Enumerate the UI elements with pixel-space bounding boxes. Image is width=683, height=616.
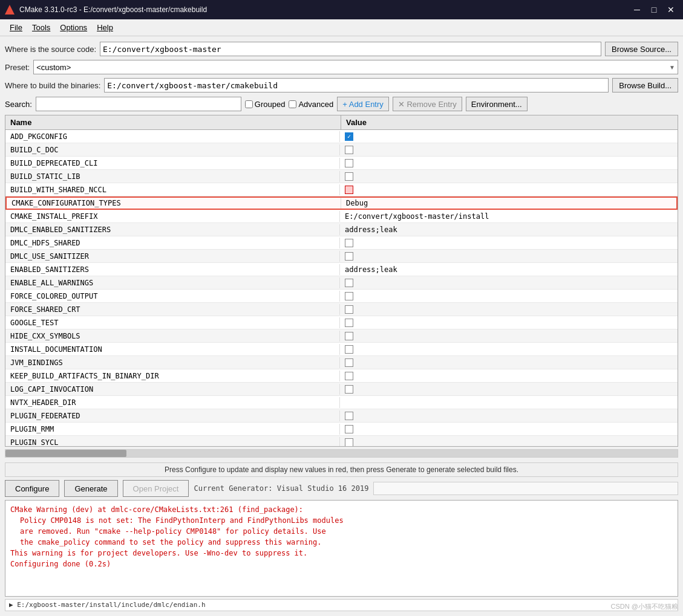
generate-button[interactable]: Generate [64,480,117,497]
maximize-button[interactable]: □ [647,2,661,17]
configure-button[interactable]: Configure [5,480,59,497]
table-row[interactable]: HIDE_CXX_SYMBOLS [5,329,678,343]
search-input[interactable] [36,97,241,111]
row-checkbox[interactable] [345,345,353,354]
table-row[interactable]: CMAKE_CONFIGURATION_TYPESDebug [5,196,678,210]
row-checkbox[interactable] [345,332,353,340]
table-row[interactable]: PLUGIN_RMM [5,423,678,436]
row-checkbox[interactable] [345,172,353,181]
row-value[interactable] [340,171,678,182]
table-row[interactable]: FORCE_COLORED_OUTPUT [5,290,678,303]
row-checkbox[interactable] [345,132,353,141]
title-bar-left: CMake 3.31.0-rc3 - E:/convert/xgboost-ma… [5,5,207,15]
table-row[interactable]: INSTALL_DOCUMENTATION [5,343,678,356]
minimize-button[interactable]: ─ [630,2,644,17]
row-checkbox[interactable] [345,186,353,194]
source-label: Where is the source code: [5,45,96,54]
row-value[interactable]: E:/convert/xgboost-master/install [340,211,678,222]
row-value[interactable]: Debug [341,198,676,209]
row-value[interactable] [340,357,678,368]
open-project-button[interactable]: Open Project [123,480,189,497]
row-value[interactable] [340,184,678,195]
table-row[interactable]: CMAKE_INSTALL_PREFIXE:/convert/xgboost-m… [5,210,678,223]
add-entry-button[interactable]: + Add Entry [337,97,389,111]
row-value[interactable] [340,304,678,315]
row-checkbox[interactable] [345,159,353,167]
row-value[interactable] [340,251,678,262]
table-row[interactable]: ADD_PKGCONFIG [5,130,678,143]
row-value[interactable] [340,158,678,169]
menu-tools[interactable]: Tools [27,21,55,34]
grouped-checkbox-label[interactable]: Grouped [245,100,286,109]
table-row[interactable]: PLUGIN_SYCL [5,436,678,447]
preset-dropdown[interactable]: <custom> ▼ [33,60,678,74]
row-name: PLUGIN_SYCL [5,437,340,447]
row-value[interactable] [340,410,678,421]
title-controls[interactable]: ─ □ ✕ [630,2,678,17]
source-input[interactable] [100,42,601,56]
row-value[interactable] [340,371,678,381]
remove-entry-button[interactable]: ✕ Remove Entry [393,97,462,111]
table-row[interactable]: DMLC_ENABLED_SANITIZERSaddress;leak [5,223,678,236]
window-title: CMake 3.31.0-rc3 - E:/convert/xgboost-ma… [19,5,207,14]
table-row[interactable]: FORCE_SHARED_CRT [5,303,678,316]
row-value[interactable] [340,144,678,155]
table-row[interactable]: BUILD_STATIC_LIB [5,170,678,183]
row-value[interactable]: address;leak [340,224,678,235]
row-checkbox[interactable] [345,385,353,394]
row-checkbox[interactable] [345,438,353,447]
browse-build-button[interactable]: Browse Build... [612,78,678,92]
browse-source-button[interactable]: Browse Source... [605,42,678,56]
menu-options[interactable]: Options [55,21,92,34]
row-value[interactable]: address;leak [340,264,678,275]
table-row[interactable]: BUILD_WITH_SHARED_NCCL [5,183,678,196]
row-value[interactable] [340,238,678,248]
menu-file[interactable]: File [5,21,27,34]
row-checkbox[interactable] [345,146,353,154]
table-row[interactable]: DMLC_HDFS_SHARED [5,236,678,250]
row-value[interactable] [340,344,678,355]
table-row[interactable]: ENABLED_SANITIZERSaddress;leak [5,263,678,276]
scrollbar-thumb[interactable] [5,450,126,457]
remove-entry-label: ✕ Remove Entry [398,100,457,109]
advanced-checkbox-label[interactable]: Advanced [289,100,333,109]
row-value[interactable] [340,424,678,435]
row-checkbox[interactable] [345,252,353,261]
row-checkbox[interactable] [345,412,353,420]
table-row[interactable]: JVM_BINDINGS [5,356,678,369]
table-row[interactable]: KEEP_BUILD_ARTIFACTS_IN_BINARY_DIR [5,369,678,383]
row-checkbox[interactable] [345,279,353,287]
table-row[interactable]: PLUGIN_FEDERATED [5,409,678,423]
row-value[interactable] [340,317,678,328]
row-value[interactable] [340,437,678,447]
log-line: CMake Warning (dev) at dmlc-core/CMakeLi… [10,504,673,515]
environment-button[interactable]: Environment... [466,97,528,111]
table-row[interactable]: GOOGLE_TEST [5,316,678,329]
build-input[interactable] [104,78,609,92]
grouped-checkbox[interactable] [245,100,253,108]
table-row[interactable]: NVTX_HEADER_DIR [5,396,678,409]
horizontal-scrollbar[interactable] [5,449,678,458]
row-checkbox[interactable] [345,305,353,314]
row-checkbox[interactable] [345,319,353,327]
row-checkbox[interactable] [345,358,353,367]
table-row[interactable]: DMLC_USE_SANITIZER [5,250,678,263]
close-button[interactable]: ✕ [664,2,678,17]
row-checkbox[interactable] [345,239,353,247]
row-value[interactable] [340,384,678,395]
row-value[interactable] [340,277,678,288]
row-value[interactable] [340,131,678,142]
row-value[interactable] [340,331,678,342]
advanced-checkbox[interactable] [289,100,296,108]
table-row[interactable]: BUILD_DEPRECATED_CLI [5,157,678,170]
table-row[interactable]: ENABLE_ALL_WARNINGS [5,276,678,290]
table-row[interactable]: BUILD_C_DOC [5,143,678,157]
cmake-table: Name Value ADD_PKGCONFIGBUILD_C_DOCBUILD… [5,115,678,447]
menu-help[interactable]: Help [92,21,118,34]
row-value[interactable] [340,401,678,404]
row-value[interactable] [340,291,678,302]
row-checkbox[interactable] [345,425,353,433]
row-checkbox[interactable] [345,372,353,380]
row-checkbox[interactable] [345,292,353,300]
table-row[interactable]: LOG_CAPI_INVOCATION [5,383,678,396]
